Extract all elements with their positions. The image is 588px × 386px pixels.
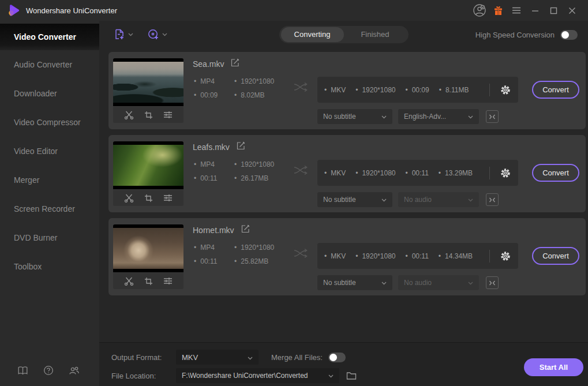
sidebar-item-downloader[interactable]: Downloader	[0, 79, 99, 108]
sidebar-item-merger[interactable]: Merger	[0, 166, 99, 194]
output-duration: 00:11	[405, 252, 428, 260]
audio-dropdown[interactable]: No audio	[398, 275, 479, 290]
source-size: 25.82MB	[234, 257, 274, 265]
account-avatar[interactable]	[470, 2, 489, 18]
output-size: 14.34MB	[439, 252, 473, 260]
collapse-icon[interactable]	[486, 193, 499, 206]
sidebar-item-audio-converter[interactable]: Audio Converter	[0, 50, 99, 79]
high-speed-label: High Speed Conversion	[475, 31, 555, 39]
source-format: MP4	[194, 160, 234, 168]
crop-icon[interactable]	[144, 194, 153, 203]
audio-dropdown[interactable]: No audio	[398, 192, 479, 207]
video-thumbnail[interactable]	[113, 224, 183, 272]
sidebar-item-video-converter[interactable]: Video Converter	[0, 24, 99, 50]
effects-icon[interactable]	[163, 111, 173, 119]
video-thumbnail[interactable]	[113, 141, 183, 189]
add-files-button[interactable]	[113, 28, 133, 41]
output-info[interactable]: MKV 1920*1080 00:09 8.11MB	[317, 77, 518, 103]
output-info[interactable]: MKV 1920*1080 00:11 13.29MB	[317, 160, 518, 186]
minimize-button[interactable]	[526, 2, 544, 18]
crop-icon[interactable]	[144, 111, 153, 119]
tab-finished[interactable]: Finished	[344, 27, 407, 42]
output-resolution: 1920*1080	[355, 252, 395, 260]
convert-button[interactable]: Convert	[532, 164, 579, 182]
chevron-down-icon	[381, 115, 387, 119]
help-icon[interactable]	[43, 365, 54, 378]
convert-to-icon	[293, 81, 308, 96]
output-size: 8.11MB	[439, 86, 469, 94]
maximize-button[interactable]	[544, 2, 563, 18]
file-location-select[interactable]: F:\Wondershare UniConverter\Converted	[176, 368, 339, 383]
file-name: Hornet.mkv	[193, 226, 234, 235]
output-info[interactable]: MKV 1920*1080 00:11 14.34MB	[317, 243, 518, 269]
open-folder-icon[interactable]	[346, 372, 357, 380]
settings-gear-icon[interactable]	[500, 84, 511, 96]
rename-icon[interactable]	[231, 58, 239, 69]
trim-icon[interactable]	[124, 194, 134, 203]
chevron-down-icon	[468, 198, 473, 202]
output-format-select[interactable]: MKV	[176, 350, 259, 365]
source-duration: 00:09	[194, 91, 234, 99]
source-size: 26.17MB	[234, 174, 274, 182]
effects-icon[interactable]	[163, 194, 173, 202]
merge-all-files-toggle[interactable]	[328, 353, 346, 362]
settings-gear-icon[interactable]	[500, 167, 511, 179]
convert-button[interactable]: Convert	[532, 81, 579, 99]
trim-icon[interactable]	[124, 277, 134, 286]
rename-icon[interactable]	[237, 141, 245, 152]
sidebar-item-toolbox[interactable]: Toolbox	[0, 252, 99, 281]
title-bar: Wondershare UniConverter	[0, 0, 588, 21]
app-logo-icon	[8, 4, 20, 17]
convert-to-icon	[293, 164, 308, 179]
main-area: Converting Finished High Speed Conversio…	[99, 21, 588, 386]
chevron-down-icon	[381, 198, 387, 202]
video-thumbnail[interactable]	[113, 58, 183, 106]
chevron-down-icon	[328, 374, 334, 378]
output-resolution: 1920*1080	[355, 86, 395, 94]
output-resolution: 1920*1080	[355, 169, 395, 177]
sidebar-item-screen-recorder[interactable]: Screen Recorder	[0, 194, 99, 223]
source-format: MP4	[194, 243, 234, 252]
app-title: Wondershare UniConverter	[26, 6, 117, 15]
crop-icon[interactable]	[144, 277, 153, 286]
sidebar-item-dvd-burner[interactable]: DVD Burner	[0, 223, 99, 252]
menu-icon[interactable]	[507, 2, 526, 18]
settings-gear-icon[interactable]	[500, 250, 511, 262]
close-button[interactable]	[563, 2, 581, 18]
output-duration: 00:09	[405, 86, 429, 94]
audio-dropdown[interactable]: English-Adv...	[398, 109, 479, 124]
gift-icon[interactable]	[489, 2, 507, 18]
subtitle-dropdown[interactable]: No subtitle	[317, 192, 392, 207]
subtitle-dropdown[interactable]: No subtitle	[317, 275, 392, 290]
chevron-down-icon	[468, 282, 473, 285]
trim-icon[interactable]	[124, 111, 134, 119]
sidebar-item-video-compressor[interactable]: Video Compressor	[0, 108, 99, 137]
source-format: MP4	[194, 77, 234, 85]
convert-to-icon	[293, 247, 308, 262]
community-icon[interactable]	[69, 366, 80, 378]
source-info: MP4 1920*1080 00:09 8.02MB	[194, 77, 274, 99]
sidebar: Video Converter Audio Converter Download…	[0, 21, 99, 386]
collapse-icon[interactable]	[486, 110, 499, 123]
collapse-icon[interactable]	[486, 276, 499, 289]
sidebar-item-video-editor[interactable]: Video Editor	[0, 137, 99, 166]
file-card: Sea.mkv MP4 1920*1080 00:09 8.02MB MKV	[108, 52, 586, 129]
effects-icon[interactable]	[163, 277, 173, 285]
chevron-down-icon	[248, 357, 253, 360]
add-dvd-button[interactable]	[147, 28, 167, 41]
output-format: MKV	[324, 169, 346, 177]
start-all-button[interactable]: Start All	[524, 358, 583, 376]
file-card: Hornet.mkv MP4 1920*1080 00:11 25.82MB M…	[108, 218, 586, 295]
tab-converting[interactable]: Converting	[281, 27, 344, 42]
source-resolution: 1920*1080	[234, 160, 274, 168]
convert-button[interactable]: Convert	[532, 247, 579, 265]
guide-book-icon[interactable]	[17, 366, 28, 378]
toolbar: Converting Finished High Speed Conversio…	[99, 21, 588, 48]
subtitle-dropdown[interactable]: No subtitle	[317, 109, 392, 124]
app-window: Wondershare UniConverter	[0, 0, 588, 386]
output-size: 13.29MB	[439, 169, 473, 177]
high-speed-toggle[interactable]	[560, 30, 578, 40]
output-format: MKV	[324, 252, 346, 260]
rename-icon[interactable]	[241, 224, 250, 235]
source-info: MP4 1920*1080 00:11 26.17MB	[194, 160, 274, 182]
